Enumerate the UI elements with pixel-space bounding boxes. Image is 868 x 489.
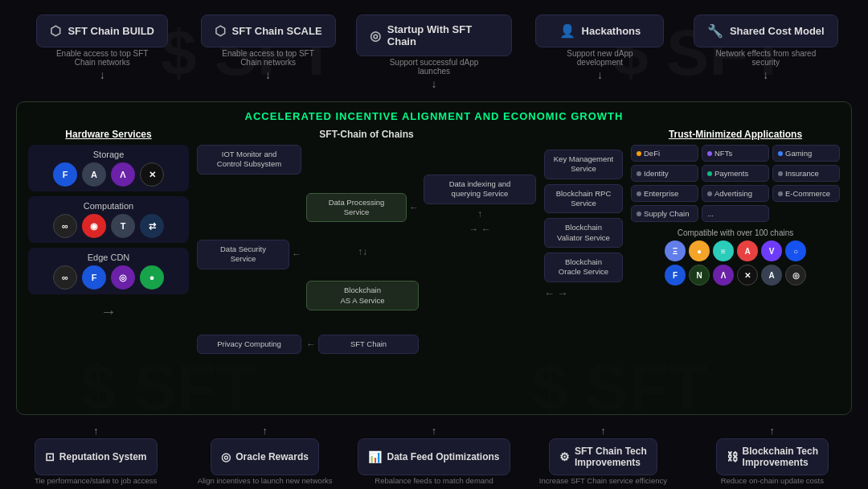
trust-supply-chain: Supply Chain xyxy=(631,205,698,222)
sft-tech-label: SFT Chain TechImprovements xyxy=(575,446,647,468)
computation-title: Computation xyxy=(35,201,182,211)
cdn-icon-3: ◎ xyxy=(111,265,135,290)
arrows-right-left: → ← xyxy=(424,224,536,235)
hackathons-desc: Support new dApp development xyxy=(522,49,678,67)
card-reputation[interactable]: ⊡ Reputation System xyxy=(35,438,158,475)
cdn-icon-2: F xyxy=(82,265,106,290)
compat-xrp: ✕ xyxy=(737,265,758,286)
compat-arbitrum: Λ xyxy=(713,265,734,286)
box-data-security: Data SecurityService xyxy=(197,240,289,269)
insurance-label: Insurance xyxy=(785,169,819,178)
chain-right-inner-col: Data indexing andquerying Service ↑ → ← xyxy=(424,145,536,354)
advertising-label: Advertising xyxy=(714,189,752,198)
storage-icons: F A Λ ✕ xyxy=(35,162,182,187)
identity-dot xyxy=(637,171,641,176)
main-content-area: Hardware Services Storage F A Λ ✕ Comput… xyxy=(28,129,840,402)
identity-label: Identity xyxy=(644,169,669,178)
arrow-left-sft: ← xyxy=(306,339,316,350)
advertising-dot xyxy=(707,191,712,196)
shared-cost-label: Shared Cost Model xyxy=(730,25,825,37)
ecommerce-dot xyxy=(778,191,783,196)
sft-scale-desc: Enable access to top SFT Chain networks xyxy=(190,49,346,67)
sft-tech-icon: ⚙ xyxy=(559,450,570,463)
card-data-feed[interactable]: 📊 Data Feed Optimizations xyxy=(358,438,510,475)
box-iot: IOT Monitor andControl Subsystem xyxy=(197,145,301,175)
reputation-icon: ⊡ xyxy=(45,450,55,463)
compat-filecoin: F xyxy=(665,265,686,286)
trust-insurance: Insurance xyxy=(772,165,840,182)
computation-icons: ∞ ◉ T ⇄ xyxy=(35,214,182,238)
compat-avax: A xyxy=(737,240,758,261)
trust-ecommerce: E-Commerce xyxy=(772,185,840,202)
blockchain-tech-desc: Reduce on-chain update costs xyxy=(721,476,824,485)
blockchain-tech-label: Blockchain TechImprovements xyxy=(743,446,818,468)
trust-identity: Identity xyxy=(631,165,698,182)
ecommerce-label: E-Commerce xyxy=(785,189,830,198)
sft-build-label: SFT Chain BUILD xyxy=(68,25,154,37)
card-startup[interactable]: ◎ Startup With SFT Chain xyxy=(356,14,512,56)
trust-items-grid: DeFi NFTs Gaming Identity Payments xyxy=(631,145,840,222)
top-cards-row: ⬡ SFT Chain BUILD Enable access to top S… xyxy=(0,0,868,97)
data-processing-row: Data ProcessingService ← xyxy=(306,193,419,223)
trust-advertising: Advertising xyxy=(702,185,769,202)
oracle-rewards-label: Oracle Rewards xyxy=(235,451,309,462)
card-sft-tech[interactable]: ⚙ SFT Chain TechImprovements xyxy=(549,438,657,475)
arrow-left-icon: ← → xyxy=(544,287,568,299)
arrow-up-oracle: ↑ xyxy=(262,425,268,437)
startup-label: Startup With SFT Chain xyxy=(387,23,498,47)
card-hackathons[interactable]: 👤 Hackathons xyxy=(535,14,664,47)
defi-label: DeFi xyxy=(644,149,660,158)
datafeed-icon: 📊 xyxy=(368,450,382,463)
nfts-label: NFTs xyxy=(714,149,732,158)
top-item-scale: ⬡ SFT Chain SCALE Enable access to top S… xyxy=(190,14,346,90)
arrow-up-down: ↑↓ xyxy=(358,246,367,257)
cdn-icon-1: ∞ xyxy=(53,265,77,290)
trust-nfts: NFTs xyxy=(702,145,769,162)
card-sft-scale[interactable]: ⬡ SFT Chain SCALE xyxy=(201,14,336,47)
edge-cdn-section: Edge CDN ∞ F ◎ ● xyxy=(28,248,189,294)
right-panel-trust: Trust-Minimized Applications DeFi NFTs G… xyxy=(631,129,840,402)
chain-diagram-layout: IOT Monitor andControl Subsystem Data Se… xyxy=(197,145,536,354)
nfts-dot xyxy=(707,151,712,156)
card-sft-build[interactable]: ⬡ SFT Chain BUILD xyxy=(36,14,168,47)
arrow-right-hardware: → xyxy=(28,302,189,321)
edge-cdn-icons: ∞ F ◎ ● xyxy=(35,265,182,290)
card-oracle-rewards[interactable]: ◎ Oracle Rewards xyxy=(211,438,319,475)
computation-section: Computation ∞ ◉ T ⇄ xyxy=(28,196,189,243)
arrow-down-shared: ↓ xyxy=(763,68,768,81)
arrow-left-processing: ← xyxy=(409,202,419,213)
bottom-cards-row: ↑ ⊡ Reputation System Tie performance/st… xyxy=(0,420,868,485)
compat-coinbase: ○ xyxy=(785,240,806,261)
top-item-hackathons: 👤 Hackathons Support new dApp developmen… xyxy=(522,14,678,90)
data-feed-label: Data Feed Optimizations xyxy=(387,451,499,462)
hackathons-icon: 👤 xyxy=(559,23,575,39)
top-item-startup: ◎ Startup With SFT Chain Support success… xyxy=(356,14,512,90)
card-blockchain-tech[interactable]: ⛓ Blockchain TechImprovements xyxy=(716,438,829,475)
arrow-up-datafeed: ↑ xyxy=(432,425,437,437)
main-title: ACCELERATED INCENTIVE ALIGNMENT AND ECON… xyxy=(28,110,840,122)
bottom-item-datafeed: ↑ 📊 Data Feed Optimizations Rebalance fe… xyxy=(354,425,514,485)
compatible-text: Compatible with over 100 chains xyxy=(631,228,840,237)
arrows-updown: ↑↓ xyxy=(306,246,419,257)
blockchain-tech-icon: ⛓ xyxy=(727,450,738,463)
compat-eth: Ξ xyxy=(665,240,686,261)
insurance-dot xyxy=(778,171,783,176)
arrow-up-center: ↑ xyxy=(424,208,536,220)
arrow-left-security: ← xyxy=(292,249,301,260)
card-shared-cost[interactable]: 🔧 Shared Cost Model xyxy=(694,14,838,47)
sft-build-icon: ⬡ xyxy=(50,23,61,39)
gaming-dot xyxy=(778,151,783,156)
comp-icon-4: ⇄ xyxy=(140,214,164,238)
box-sft-chain: SFT Chain xyxy=(318,335,419,354)
arrow-up-indexing: ↑ xyxy=(477,208,482,220)
box-data-indexing: Data indexing andquerying Service xyxy=(424,175,536,204)
sft-scale-label: SFT Chain SCALE xyxy=(232,25,322,37)
arrow-up-sft-tech: ↑ xyxy=(600,425,606,437)
compat-row-2: F N Λ ✕ A ◎ xyxy=(631,265,840,286)
trust-title: Trust-Minimized Applications xyxy=(631,129,840,140)
storage-icon-4: ✕ xyxy=(140,162,164,187)
arrow-down-startup: ↓ xyxy=(432,77,437,90)
comp-icon-2: ◉ xyxy=(82,214,106,238)
compat-algo: A xyxy=(761,265,782,286)
bottom-item-reputation: ↑ ⊡ Reputation System Tie performance/st… xyxy=(16,425,175,485)
